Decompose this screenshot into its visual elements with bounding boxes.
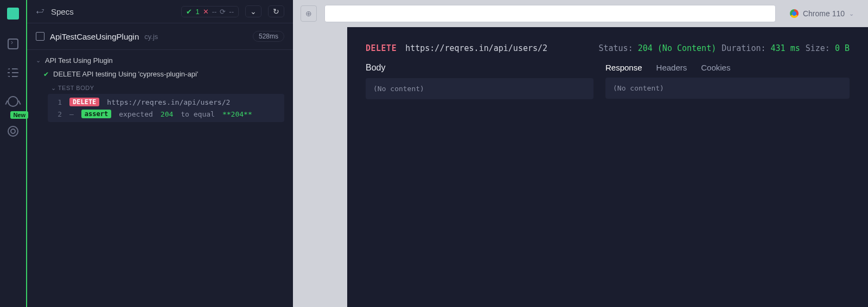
tab-cookies[interactable]: Cookies [701,63,730,72]
dash: – [69,110,74,118]
preview-topbar: ⊕ Chrome 110 ⌄ [293,0,868,27]
section-name: TEST BODY [58,85,94,91]
runs-icon[interactable] [8,39,18,49]
method: DELETE [366,43,397,53]
file-duration: 528ms [253,31,284,42]
tab-response[interactable]: Response [605,63,642,72]
test-row[interactable]: ✔ DELETE API testing Using 'cypress-plug… [36,67,284,81]
tab-headers[interactable]: Headers [656,63,687,72]
size-value: 0 B [835,43,850,53]
line-number: 1 [54,98,62,106]
pending-icon: ⟳ [220,8,226,16]
pass-count: 1 [195,8,199,16]
selector-playground-button[interactable]: ⊕ [301,5,317,22]
debug-icon[interactable] [8,96,18,107]
api-preview: DELETE https://reqres.in/api/users/2 Sta… [347,27,868,307]
spec-panel: ⮐ Specs ✔ 1 ✕ -- ⟳ -- ⌄ ↻ ApiTestCaseUsi… [26,0,293,307]
body-title: Body [366,63,593,73]
body-column: Body (No content) [366,63,593,99]
size-label: Size: [806,43,830,53]
expand-toggle[interactable]: ⌄ [245,5,261,17]
browser-selector[interactable]: Chrome 110 ⌄ [783,5,860,22]
pending-count: -- [229,8,234,16]
fail-count: -- [212,8,217,16]
request-summary: DELETE https://reqres.in/api/users/2 Sta… [366,43,850,53]
status-value: 204 (No Content) [638,43,717,53]
file-ext: cy.js [144,33,158,41]
suite-title: API Test Using Plugin [45,56,113,65]
preview-area: ⊕ Chrome 110 ⌄ DELETE https://reqres.in/… [293,0,868,307]
file-name: ApiTestCaseUsingPlugin [50,32,139,41]
reload-button[interactable]: ↻ [268,5,284,17]
log-line-1[interactable]: 1 DELETE https://reqres.in/api/users/2 [48,96,284,108]
nav-rail: New [0,0,26,307]
assert-actual-val: **204** [222,110,252,118]
spec-file-row[interactable]: ApiTestCaseUsingPlugin cy.js 528ms [27,23,293,50]
response-column: Response Headers Cookies (No content) [605,63,850,99]
new-badge: New [10,111,28,119]
settings-icon[interactable] [8,126,18,137]
pass-check-icon: ✔ [186,8,192,16]
assert-kw-toequal: to equal [181,110,215,118]
response-box: (No content) [605,78,850,99]
method-badge: DELETE [69,98,99,106]
request-url: https://reqres.in/api/users/2 [405,43,547,53]
specs-icon[interactable] [8,68,18,77]
log-line-2[interactable]: 2 – assert expected 204 to equal **204** [48,108,284,120]
response-tabs: Response Headers Cookies [605,63,850,72]
run-stats: ✔ 1 ✕ -- ⟳ -- [181,6,239,17]
back-icon[interactable]: ⮐ [36,7,44,16]
request-meta: Status: 204 (No Content) Duration: 431 m… [598,43,850,53]
status-label: Status: [598,43,633,53]
log-lines: 1 DELETE https://reqres.in/api/users/2 2… [48,94,284,122]
browser-label: Chrome 110 [803,9,845,18]
test-tree: ⌄ API Test Using Plugin ✔ DELETE API tes… [27,50,293,129]
check-icon: ✔ [43,71,49,78]
chevron-down-icon: ⌄ [849,10,854,17]
test-title: DELETE API testing Using 'cypress-plugin… [53,70,198,78]
assert-kw-expected: expected [119,110,153,118]
caret-down-icon: ⌄ [51,85,56,91]
cypress-logo [7,8,19,20]
specs-title: Specs [51,7,175,16]
request-url: https://reqres.in/api/users/2 [107,98,230,106]
assert-badge: assert [81,110,111,118]
section-label: ⌄ TEST BODY [36,81,284,94]
suite-row[interactable]: ⌄ API Test Using Plugin [36,54,284,67]
preview-gutter [293,27,347,307]
body-box: (No content) [366,78,593,99]
spec-header: ⮐ Specs ✔ 1 ✕ -- ⟳ -- ⌄ ↻ [27,0,293,23]
line-number: 2 [54,110,62,118]
assert-expected-val: 204 [161,110,173,118]
chrome-icon [790,9,799,18]
duration-label: Duration: [722,43,765,53]
caret-down-icon: ⌄ [36,57,41,64]
file-icon [36,32,44,41]
fail-x-icon: ✕ [203,8,209,16]
duration-value: 431 ms [771,43,800,53]
crosshair-icon: ⊕ [305,9,312,18]
url-input[interactable] [324,5,776,22]
